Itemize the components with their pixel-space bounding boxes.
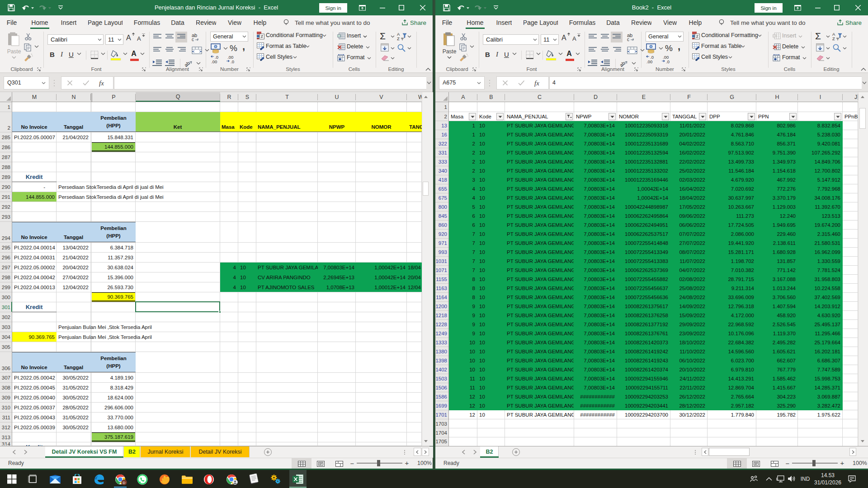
svg-text:.0: .0 — [231, 59, 234, 64]
svg-text:.00: .00 — [646, 59, 652, 64]
svg-text:c: c — [627, 37, 629, 42]
svg-text:Z: Z — [397, 36, 400, 41]
svg-text:Z: Z — [832, 36, 835, 41]
svg-text:c: c — [192, 37, 194, 42]
svg-text:.0: .0 — [666, 59, 670, 64]
svg-text:ab: ab — [620, 60, 626, 68]
svg-text:D: D — [123, 481, 126, 485]
svg-text:.00: .00 — [211, 59, 217, 64]
svg-text:ab: ab — [184, 60, 191, 68]
